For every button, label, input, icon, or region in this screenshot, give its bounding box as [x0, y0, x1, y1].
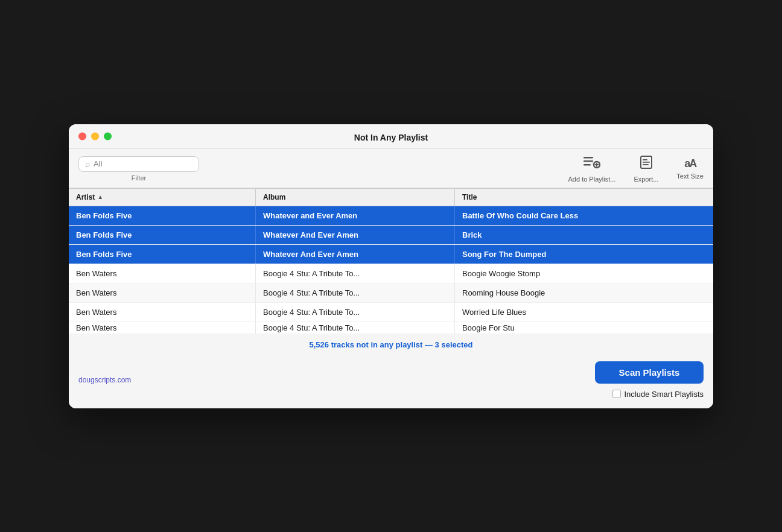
table-header: Artist ▲ Album Title	[69, 189, 713, 206]
cell-title: Boogie Woogie Stomp	[455, 264, 713, 283]
main-window: Not In Any Playlist ⌕ Filter	[69, 124, 713, 408]
table-row[interactable]: Ben Folds Five Whatever And Ever Amen So…	[69, 245, 713, 264]
table-row[interactable]: Ben Folds Five Whatever and Ever Amen Ba…	[69, 206, 713, 226]
export-icon	[639, 155, 653, 173]
header-artist[interactable]: Artist ▲	[69, 189, 256, 206]
cell-artist: Ben Folds Five	[69, 226, 256, 244]
cell-title: Brick	[455, 226, 713, 244]
minimize-button[interactable]	[91, 132, 99, 140]
cell-album: Boogie 4 Stu: A Tribute To...	[256, 283, 455, 302]
table-row[interactable]: Ben Waters Boogie 4 Stu: A Tribute To...…	[69, 264, 713, 283]
search-box[interactable]: ⌕	[78, 156, 199, 172]
bottom-bar: dougscripts.com Scan Playlists Include S…	[69, 355, 713, 408]
status-bar: 5,526 tracks not in any playlist — 3 sel…	[69, 334, 713, 355]
cell-artist: Ben Waters	[69, 303, 256, 321]
track-table: Artist ▲ Album Title Ben Folds Five What…	[69, 188, 713, 334]
cell-artist: Ben Folds Five	[69, 206, 256, 225]
svg-rect-8	[643, 162, 650, 163]
table-row[interactable]: Ben Waters Boogie 4 Stu: A Tribute To...…	[69, 303, 713, 322]
site-link[interactable]: dougscripts.com	[78, 376, 131, 384]
cell-album: Boogie 4 Stu: A Tribute To...	[256, 303, 455, 321]
table-row[interactable]: Ben Folds Five Whatever And Ever Amen Br…	[69, 226, 713, 245]
cell-album: Whatever And Ever Amen	[256, 245, 455, 264]
header-title[interactable]: Title	[455, 189, 713, 206]
svg-rect-5	[594, 164, 599, 165]
toolbar: ⌕ Filter Add to Playlist...	[69, 149, 713, 188]
cell-album: Boogie 4 Stu: A Tribute To...	[256, 264, 455, 283]
titlebar: Not In Any Playlist	[69, 124, 713, 149]
header-album[interactable]: Album	[256, 189, 455, 206]
add-to-playlist-button[interactable]: Add to Playlist...	[568, 155, 616, 183]
cell-title: Rooming House Boogie	[455, 283, 713, 302]
maximize-button[interactable]	[104, 132, 112, 140]
svg-rect-7	[643, 159, 647, 160]
table-row[interactable]: Ben Waters Boogie 4 Stu: A Tribute To...…	[69, 322, 713, 334]
export-label: Export...	[634, 176, 658, 183]
svg-rect-1	[583, 160, 593, 162]
search-icon: ⌕	[85, 159, 90, 169]
cell-album: Boogie 4 Stu: A Tribute To...	[256, 322, 455, 334]
search-input[interactable]	[94, 159, 178, 168]
svg-rect-2	[583, 164, 591, 166]
include-smart-playlists-checkbox[interactable]	[612, 390, 621, 398]
close-button[interactable]	[78, 132, 86, 140]
cell-artist: Ben Waters	[69, 283, 256, 302]
cell-title: Battle Of Who Could Care Less	[455, 206, 713, 225]
text-size-icon: aA	[684, 157, 696, 170]
cell-album: Whatever And Ever Amen	[256, 226, 455, 244]
text-size-button[interactable]: aA Text Size	[676, 157, 704, 180]
add-to-playlist-icon	[583, 155, 600, 173]
table-row[interactable]: Ben Waters Boogie 4 Stu: A Tribute To...…	[69, 283, 713, 303]
export-button[interactable]: Export...	[634, 155, 658, 183]
sort-arrow-icon: ▲	[97, 194, 103, 200]
cell-album: Whatever and Ever Amen	[256, 206, 455, 225]
traffic-lights	[78, 132, 112, 140]
cell-title: Boogie For Stu	[455, 322, 713, 334]
table-body: Ben Folds Five Whatever and Ever Amen Ba…	[69, 206, 713, 334]
toolbar-actions: Add to Playlist... Export... aA Text Siz…	[568, 155, 704, 183]
text-size-label: Text Size	[676, 173, 704, 180]
window-title: Not In Any Playlist	[354, 133, 428, 142]
status-text: 5,526 tracks not in any playlist — 3 sel…	[310, 340, 473, 349]
bottom-right: Scan Playlists Include Smart Playlists	[595, 361, 704, 399]
cell-title: Worried Life Blues	[455, 303, 713, 321]
cell-artist: Ben Waters	[69, 322, 256, 334]
cell-title: Song For The Dumped	[455, 245, 713, 264]
include-smart-playlists-row: Include Smart Playlists	[612, 390, 704, 399]
add-to-playlist-label: Add to Playlist...	[568, 176, 616, 183]
cell-artist: Ben Waters	[69, 264, 256, 283]
scan-playlists-button[interactable]: Scan Playlists	[595, 361, 704, 384]
cell-artist: Ben Folds Five	[69, 245, 256, 264]
svg-rect-9	[643, 164, 649, 165]
filter-section: ⌕ Filter	[78, 156, 199, 182]
svg-rect-0	[583, 157, 593, 159]
filter-label: Filter	[132, 174, 146, 182]
include-smart-playlists-label: Include Smart Playlists	[625, 390, 704, 399]
